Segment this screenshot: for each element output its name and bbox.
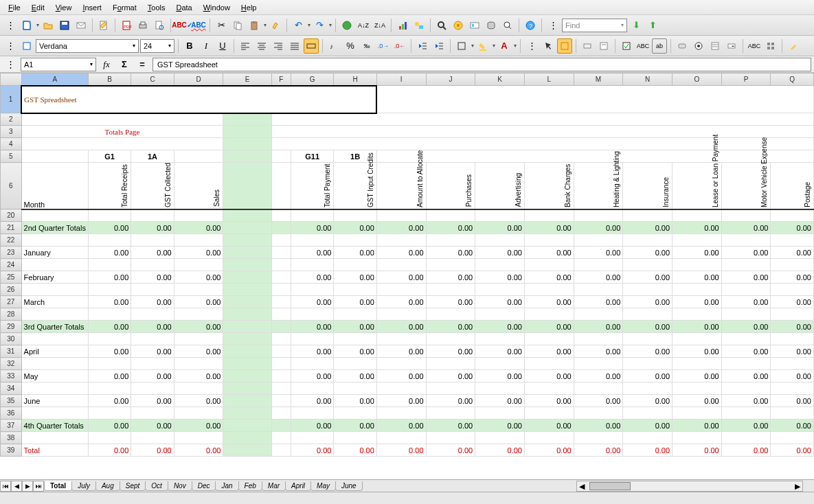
cell[interactable]: 0.00 xyxy=(524,321,574,333)
function-wizard-button[interactable]: fx xyxy=(99,57,114,72)
cell[interactable] xyxy=(223,247,271,259)
cell[interactable] xyxy=(223,370,271,382)
cell[interactable] xyxy=(524,259,574,271)
cell[interactable]: 0.00 xyxy=(334,222,376,234)
cell[interactable]: 0.00 xyxy=(88,271,131,284)
cell[interactable] xyxy=(21,382,88,395)
cell[interactable]: 0.00 xyxy=(334,420,376,432)
cell[interactable] xyxy=(623,234,672,247)
row-header[interactable]: 32 xyxy=(1,358,22,370)
row-header[interactable]: 24 xyxy=(1,259,22,271)
cell[interactable] xyxy=(376,407,426,420)
cell[interactable]: 0.00 xyxy=(291,321,334,333)
cell[interactable]: 0.00 xyxy=(174,444,223,457)
cell[interactable]: 0.00 xyxy=(131,296,174,308)
cell[interactable] xyxy=(88,358,131,370)
cell[interactable] xyxy=(131,209,174,222)
cell[interactable] xyxy=(475,432,525,444)
cell[interactable]: 0.00 xyxy=(672,247,722,259)
cell[interactable] xyxy=(475,308,525,321)
cell[interactable] xyxy=(771,382,814,395)
cell[interactable]: 0.00 xyxy=(672,370,722,382)
cell[interactable]: 0.00 xyxy=(291,395,334,407)
cell[interactable] xyxy=(721,284,771,296)
cell[interactable] xyxy=(223,271,271,284)
cell[interactable] xyxy=(334,432,376,444)
cell[interactable] xyxy=(271,222,291,234)
cell[interactable]: 0.00 xyxy=(376,321,426,333)
col-header-K[interactable]: K xyxy=(475,73,525,86)
cell[interactable] xyxy=(131,234,174,247)
cell[interactable] xyxy=(672,432,722,444)
cell[interactable] xyxy=(223,308,271,321)
cell[interactable]: 0.00 xyxy=(88,222,131,234)
cell[interactable] xyxy=(524,209,574,222)
find-prev-button[interactable]: ⬇ xyxy=(629,18,644,33)
cell[interactable] xyxy=(88,308,131,321)
cell[interactable] xyxy=(271,234,291,247)
cell[interactable]: 0.00 xyxy=(574,420,623,432)
cell[interactable]: 0.00 xyxy=(174,345,223,358)
cell[interactable] xyxy=(524,333,574,345)
cell[interactable] xyxy=(291,234,334,247)
cell[interactable]: 0.00 xyxy=(376,370,426,382)
cell[interactable] xyxy=(721,259,771,271)
col-header-L[interactable]: L xyxy=(524,73,574,86)
cell[interactable] xyxy=(721,432,771,444)
cell[interactable] xyxy=(21,259,88,271)
menu-insert[interactable]: Insert xyxy=(77,2,107,13)
cell[interactable]: 0.00 xyxy=(475,271,525,284)
cell[interactable] xyxy=(88,284,131,296)
cell[interactable]: 0.00 xyxy=(131,420,174,432)
cell[interactable] xyxy=(271,345,291,358)
cell[interactable] xyxy=(223,345,271,358)
cell[interactable]: 2nd Quarter Totals xyxy=(21,222,88,234)
cell[interactable]: 0.00 xyxy=(475,321,525,333)
show-draw-button[interactable] xyxy=(411,18,427,33)
cell[interactable] xyxy=(376,358,426,370)
cell[interactable] xyxy=(223,284,271,296)
spellcheck-button[interactable]: ABC✓ xyxy=(174,18,190,33)
cell[interactable] xyxy=(291,432,334,444)
gallery-button[interactable] xyxy=(467,18,482,33)
cell[interactable] xyxy=(426,259,475,271)
print-preview-button[interactable] xyxy=(152,18,167,33)
cell[interactable] xyxy=(771,432,814,444)
cell[interactable] xyxy=(721,209,771,222)
sheet-tab-aug[interactable]: Aug xyxy=(95,481,120,491)
sheet-tab-nov[interactable]: Nov xyxy=(168,481,192,491)
cell[interactable]: 0.00 xyxy=(771,395,814,407)
cell[interactable] xyxy=(475,209,525,222)
cell[interactable] xyxy=(223,222,271,234)
menu-window[interactable]: Window xyxy=(198,2,236,13)
cell[interactable] xyxy=(574,407,623,420)
cell[interactable]: 0.00 xyxy=(574,345,623,358)
cell[interactable] xyxy=(376,209,426,222)
cell[interactable]: 0.00 xyxy=(376,444,426,457)
cell[interactable] xyxy=(426,432,475,444)
hyperlink-button[interactable] xyxy=(339,18,354,33)
sheet-tab-total[interactable]: Total xyxy=(44,481,72,491)
cell[interactable]: April xyxy=(21,345,88,358)
cell[interactable] xyxy=(574,209,623,222)
cell[interactable] xyxy=(574,284,623,296)
cell[interactable]: 0.00 xyxy=(524,222,574,234)
cell[interactable] xyxy=(623,432,672,444)
cell[interactable] xyxy=(88,382,131,395)
cell[interactable] xyxy=(771,284,814,296)
cell[interactable]: 0.00 xyxy=(574,444,623,457)
cell[interactable]: 0.00 xyxy=(174,271,223,284)
col-header-B[interactable]: B xyxy=(88,73,131,86)
cell[interactable]: 0.00 xyxy=(623,321,672,333)
cell[interactable] xyxy=(334,333,376,345)
cell[interactable] xyxy=(271,209,291,222)
cell[interactable]: 0.00 xyxy=(88,247,131,259)
cell[interactable] xyxy=(223,395,271,407)
cell[interactable]: 0.00 xyxy=(475,370,525,382)
cell[interactable] xyxy=(174,358,223,370)
col-header-H[interactable]: H xyxy=(334,73,376,86)
cell[interactable]: 0.00 xyxy=(291,222,334,234)
cell[interactable]: 0.00 xyxy=(524,444,574,457)
row-header[interactable]: 30 xyxy=(1,333,22,345)
menu-format[interactable]: Format xyxy=(107,2,142,13)
